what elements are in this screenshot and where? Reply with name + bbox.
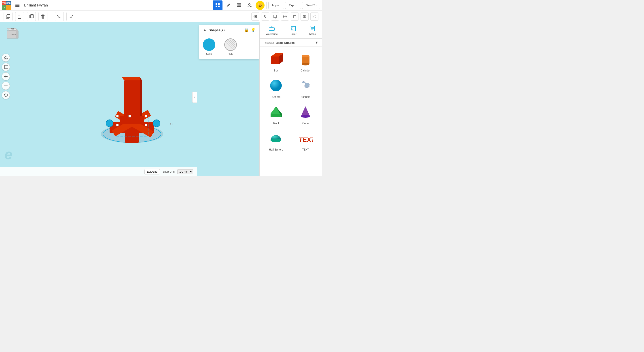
svg-rect-0 [216,3,217,5]
edit-grid-button[interactable]: Edit Grid [144,169,160,175]
menu-button[interactable] [12,0,22,10]
zoom-out-icon [4,84,8,88]
shape-halfsphere[interactable]: Half Sphere [262,128,291,154]
ruler-label: Ruler [290,33,296,35]
cube-3d-icon [4,93,8,97]
fit-icon [4,65,8,69]
solid-shape-type[interactable]: Solid [203,38,215,55]
svg-point-23 [255,16,256,17]
cone-shape-icon [298,105,313,119]
handle-tc [128,115,131,117]
shape-scribble[interactable]: Scribble [291,75,320,101]
toolbar-right [251,12,318,20]
shape-box[interactable]: Box [262,48,291,75]
shape-helper-button[interactable] [281,12,289,20]
svg-rect-49 [4,66,7,68]
snap-grid-select[interactable]: 1.0 mm 0.5 mm 2.0 mm [177,169,193,174]
model-chair-back-right [140,77,142,122]
tinkercad-logo: TIN KER CA D [2,1,11,10]
shape-roof[interactable]: Roof [262,101,291,128]
logo-ker: KER [6,1,11,5]
notes-shape-icon [273,14,277,18]
send-to-button[interactable]: Send To [302,2,320,9]
lock-icon[interactable]: 🔒 [244,27,249,32]
light-button[interactable] [261,12,269,20]
snap-grid-label: Snap Grid [162,170,175,173]
sphere-icon-container [268,77,284,94]
pickaxe-icon [226,3,230,7]
svg-marker-71 [271,56,279,64]
export-button[interactable]: Export [285,2,301,9]
separator [266,2,266,9]
shape-cylinder[interactable]: Cylinder [291,48,320,75]
scribble-shape-icon [298,78,313,93]
copy-button[interactable] [4,12,12,21]
ruler-button[interactable]: Ruler [288,24,299,37]
toolbar [0,11,322,22]
handle-ml [116,124,118,126]
shapes-overlay-panel: ▲ Shapes(2) 🔒 💡 Solid Hole [199,25,260,59]
circle-helper-button[interactable] [291,12,299,20]
duplicate-button[interactable] [27,12,36,21]
shapes-light-icon[interactable]: 💡 [251,27,256,32]
shapes-toggle[interactable]: ▲ [203,28,207,32]
workplane-button[interactable]: Workplane [263,24,280,37]
notes-shape-button[interactable] [271,12,279,20]
shape-grid: Box Cylinder [260,47,322,156]
light-icon [263,14,267,18]
add-user-button[interactable] [245,0,255,10]
3d-view-button[interactable] [2,91,10,99]
library-selector[interactable]: Tinkercad Basic Shapes ▼ [260,39,322,47]
svg-rect-1 [218,3,220,5]
handle-mr [145,124,147,126]
circle-helper-icon [293,14,297,18]
undo-button[interactable] [55,12,64,21]
avatar-button[interactable]: 🐱 [256,1,264,10]
paste-button[interactable] [15,12,24,21]
right-panel: Workplane Ruler Notes [260,22,322,176]
add-user-icon [248,3,252,7]
svg-line-50 [4,65,5,66]
shape-cone[interactable]: Cone [291,101,320,128]
home-icon [4,56,8,60]
align-button[interactable] [300,12,308,20]
grid-view-button[interactable] [213,0,222,10]
delete-button[interactable] [38,12,48,21]
hole-circle [224,38,237,51]
library-dropdown-arrow[interactable]: ▼ [315,41,318,45]
svg-point-84 [270,139,281,142]
viewport[interactable]: TOP FRONT [0,22,260,176]
svg-rect-2 [216,5,217,7]
halfsphere-icon-container [268,130,284,146]
svg-point-75 [302,55,309,57]
model-sphere-1 [106,120,113,127]
svg-rect-61 [269,28,274,30]
paste-icon [18,14,22,19]
zoom-in-button[interactable] [2,72,10,80]
mirror-button[interactable] [310,12,318,20]
view-all-icon [253,14,258,18]
shape-text[interactable]: TEXT TEXT [291,128,320,154]
top-right-controls: 🐱 Import Export Send To [213,0,320,10]
redo-button[interactable] [66,12,75,21]
collapse-right-button[interactable]: › [192,92,197,103]
model-chair-back-top [122,77,142,80]
ruler-icon [290,25,296,32]
shape-sphere[interactable]: Sphere [262,75,291,101]
home-view-button[interactable] [2,54,10,62]
import-button[interactable]: Import [268,2,284,9]
zoom-out-button[interactable] [2,82,10,90]
fit-view-button[interactable] [2,63,10,71]
view-all-button[interactable] [251,12,260,20]
svg-line-32 [294,15,296,18]
sphere-label: Sphere [272,95,280,99]
scribble-icon-container [298,77,314,94]
svg-rect-6 [238,4,238,6]
model-sphere-2 [153,120,160,127]
hole-shape-type[interactable]: Hole [224,38,237,55]
cylinder-label: Cylinder [300,69,310,72]
build-button[interactable] [224,0,233,10]
notes-button[interactable]: Notes [306,24,318,37]
logo-cad-right: D [6,5,11,10]
gallery-button[interactable] [234,0,244,10]
